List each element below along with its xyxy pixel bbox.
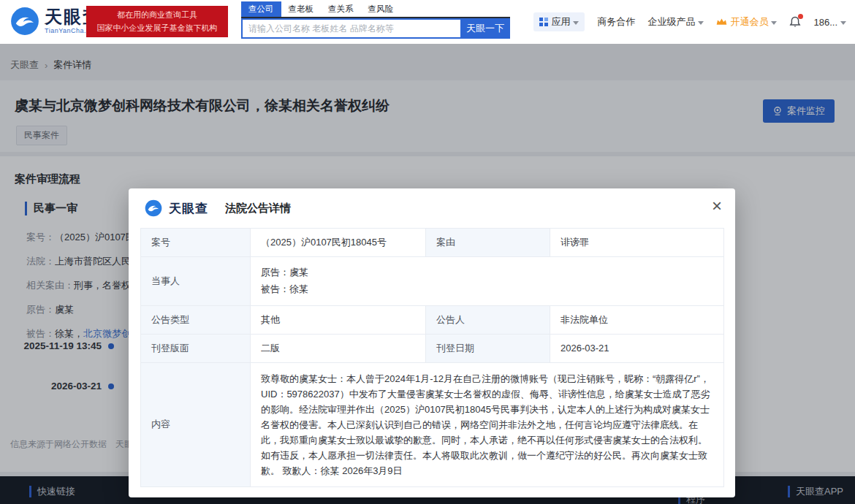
nav-cooperation[interactable]: 商务合作 [597, 15, 635, 28]
announcement-table: 案号 （2025）沪0107民初18045号 案由 诽谤罪 当事人 原告：虞某 … [140, 228, 724, 487]
tianyancha-logo-icon [10, 7, 39, 36]
case-no-label: 案号 [141, 229, 251, 257]
type-value: 其他 [251, 305, 426, 334]
header-nav: 应用 商务合作 企业级产品 开通会员 [533, 12, 846, 32]
modal-title: 法院公告详情 [225, 202, 291, 215]
notification-badge [798, 14, 803, 19]
top-header: 天眼查 TianYanCha.com 都在用的商业查询工具 国家中小企业发展子基… [0, 0, 855, 44]
cause-label: 案由 [426, 229, 550, 257]
publish-date-label: 刊登日期 [426, 334, 550, 362]
promo-line1: 都在用的商业查询工具 [117, 9, 197, 21]
search-tab-boss[interactable]: 查老板 [281, 1, 322, 17]
chevron-down-icon [698, 21, 704, 25]
table-row: 刊登版面 二版 刊登日期 2026-03-21 [141, 334, 724, 362]
notifications-button[interactable] [789, 16, 801, 28]
search-tab-company[interactable]: 查公司 [241, 1, 281, 17]
party-label: 当事人 [141, 257, 251, 306]
promo-banner: 都在用的商业查询工具 国家中小企业发展子基金旗下机构 [86, 6, 228, 37]
page-label: 刊登版面 [141, 334, 251, 362]
search-button[interactable]: 天眼一下 [460, 18, 510, 39]
account-phone-label: 186... [813, 17, 837, 28]
nav-vip-label: 开通会员 [730, 15, 768, 28]
table-row: 公告类型 其他 公告人 非法院单位 [141, 305, 724, 334]
page-value: 二版 [251, 334, 426, 362]
chevron-down-icon [840, 21, 846, 25]
modal-brand: 天眼查 [169, 200, 208, 217]
nav-vip[interactable]: 开通会员 [716, 15, 777, 28]
announcer-value: 非法院单位 [550, 305, 724, 334]
nav-enterprise[interactable]: 企业级产品 [647, 15, 704, 28]
case-no-value: （2025）沪0107民初18045号 [251, 229, 426, 257]
search-tab-risk[interactable]: 查风险 [361, 1, 401, 17]
close-icon[interactable]: × [712, 197, 722, 215]
table-row: 内容 致尊敬的虞某女士：本人曾于2024年1月-12月在自己注册的微博账号（现已… [141, 362, 724, 486]
content-label: 内容 [141, 362, 251, 486]
search-tab-relation[interactable]: 查关系 [321, 1, 361, 17]
modal-header: 天眼查 法院公告详情 × [129, 188, 735, 228]
cause-value: 诽谤罪 [550, 229, 724, 257]
table-row: 案号 （2025）沪0107民初18045号 案由 诽谤罪 [141, 229, 724, 257]
announcer-label: 公告人 [426, 305, 550, 334]
chevron-down-icon [771, 21, 777, 25]
promo-line2: 国家中小企业发展子基金旗下机构 [97, 22, 218, 34]
party-plaintiff: 原告：虞某 [261, 264, 713, 281]
party-defendant: 被告：徐某 [261, 281, 713, 298]
table-row: 当事人 原告：虞某 被告：徐某 [141, 257, 724, 306]
apps-grid-icon [539, 18, 548, 26]
type-label: 公告类型 [141, 305, 251, 334]
search-tabs: 查公司 查老板 查关系 查风险 [241, 1, 510, 18]
nav-enterprise-label: 企业级产品 [647, 15, 695, 28]
crown-icon [716, 18, 727, 26]
party-value: 原告：虞某 被告：徐某 [251, 257, 724, 306]
page: 天眼查 TianYanCha.com 都在用的商业查询工具 国家中小企业发展子基… [0, 0, 855, 504]
search-input[interactable] [241, 18, 460, 39]
content-value: 致尊敬的虞某女士：本人曾于2024年1月-12月在自己注册的微博账号（现已注销账… [251, 362, 724, 486]
publish-date-value: 2026-03-21 [550, 334, 724, 362]
search-area: 查公司 查老板 查关系 查风险 天眼一下 [241, 1, 510, 39]
court-announcement-modal: 天眼查 法院公告详情 × 案号 （2025）沪0107民初18045号 案由 诽… [129, 188, 735, 497]
account-phone[interactable]: 186... [813, 17, 846, 28]
nav-apps-label: 应用 [551, 15, 570, 28]
nav-apps[interactable]: 应用 [533, 12, 585, 31]
chevron-down-icon [573, 21, 579, 25]
tianyancha-logo-icon [145, 199, 162, 217]
